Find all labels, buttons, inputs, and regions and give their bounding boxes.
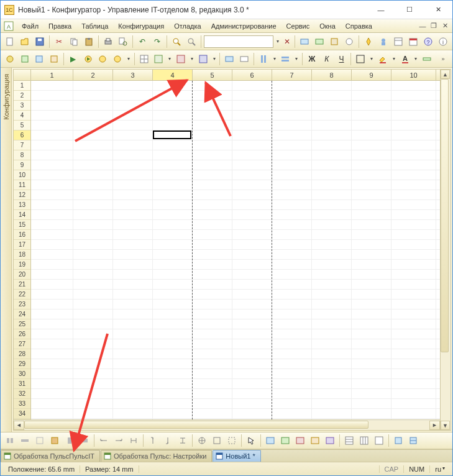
row-header-16[interactable]: 16 <box>14 230 30 240</box>
tb2-c[interactable] <box>33 52 47 66</box>
border-button[interactable] <box>354 52 367 66</box>
maximize-button[interactable]: ☐ <box>395 1 424 19</box>
row-header-31[interactable]: 31 <box>14 379 30 389</box>
zoom-button[interactable] <box>185 35 198 48</box>
tb1-btn-c[interactable] <box>327 35 341 48</box>
bt-b1[interactable] <box>97 434 111 447</box>
doc-tab-0[interactable]: Обработка ПульсПульсIT <box>1 450 100 462</box>
mdi-close-button[interactable]: ✕ <box>440 21 450 31</box>
new-doc-button[interactable] <box>3 35 17 48</box>
search-input[interactable] <box>204 35 273 48</box>
tb2-t1[interactable] <box>222 52 236 66</box>
row-header-5[interactable]: 5 <box>14 121 30 130</box>
col-header-4[interactable]: 4 <box>153 70 193 80</box>
run-button[interactable]: ▶ <box>66 52 80 66</box>
tb2-grid4[interactable] <box>196 52 210 66</box>
underline-button[interactable]: Ч <box>335 52 349 66</box>
search-dropdown[interactable]: ▾ <box>275 35 281 48</box>
tb2-t2[interactable] <box>237 52 251 66</box>
row-header-32[interactable]: 32 <box>14 389 30 399</box>
mdi-minimize-button[interactable]: — <box>418 21 428 31</box>
bt-g2[interactable] <box>406 434 420 447</box>
row-header-34[interactable]: 34 <box>14 409 30 419</box>
border-drop[interactable]: ▾ <box>368 52 375 66</box>
row-header-10[interactable]: 10 <box>14 170 30 180</box>
row-header-23[interactable]: 23 <box>14 300 30 309</box>
tb2-grid2-drop[interactable]: ▾ <box>167 52 173 66</box>
info-icon[interactable]: i <box>436 35 450 48</box>
redo-button[interactable]: ↷ <box>150 35 164 48</box>
row-header-20[interactable]: 20 <box>14 270 30 280</box>
row-header-19[interactable]: 19 <box>14 260 30 270</box>
italic-button[interactable]: К <box>320 52 334 66</box>
bt-a1[interactable] <box>3 434 17 447</box>
tb2-grid4-drop[interactable]: ▾ <box>211 52 217 66</box>
tb2-grid2[interactable] <box>152 52 166 66</box>
side-panel-tab[interactable]: Конфигурация <box>1 68 12 432</box>
row-header-25[interactable]: 25 <box>14 319 30 329</box>
row-header-14[interactable]: 14 <box>14 210 30 220</box>
bt-e4[interactable] <box>308 434 322 447</box>
bt-f2[interactable] <box>357 434 371 447</box>
tb2-x[interactable] <box>420 52 434 66</box>
row-header-26[interactable]: 26 <box>14 329 30 339</box>
bt-b2[interactable] <box>112 434 126 447</box>
tb2-col1-drop[interactable]: ▾ <box>272 52 278 66</box>
tb2-step2[interactable] <box>96 52 109 66</box>
tb2-col1[interactable] <box>257 52 270 66</box>
copy-button[interactable] <box>67 35 81 48</box>
bold-button[interactable]: Ж <box>305 52 319 66</box>
tb1-btn-e[interactable] <box>362 35 375 48</box>
row-header-4[interactable]: 4 <box>14 111 30 121</box>
row-header-33[interactable]: 33 <box>14 399 30 409</box>
row-header-24[interactable]: 24 <box>14 309 30 319</box>
doc-tab-2[interactable]: Новый1 * <box>213 450 260 462</box>
tb1-btn-b[interactable] <box>313 35 326 48</box>
bt-a6[interactable] <box>78 434 91 447</box>
row-header-12[interactable]: 12 <box>14 190 30 200</box>
bt-a3[interactable] <box>33 434 47 447</box>
col-header-5[interactable]: 5 <box>193 70 232 80</box>
bt-c3[interactable] <box>176 434 190 447</box>
bt-a2[interactable] <box>18 434 32 447</box>
row-header-21[interactable]: 21 <box>14 280 30 290</box>
row-header-7[interactable]: 7 <box>14 140 30 150</box>
tb2-grid3-drop[interactable]: ▾ <box>189 52 195 66</box>
tb2-d[interactable] <box>47 52 61 66</box>
row-header-35[interactable]: 35 <box>14 419 30 419</box>
row-header-30[interactable]: 30 <box>14 369 30 379</box>
tb2-step1[interactable] <box>81 52 95 66</box>
status-lang[interactable]: ru▾ <box>429 465 450 473</box>
search-clear-button[interactable]: ✕ <box>282 35 292 48</box>
row-header-3[interactable]: 3 <box>14 101 30 111</box>
menu-table[interactable]: Таблица <box>76 21 113 31</box>
col-header-8[interactable]: 8 <box>312 70 352 80</box>
tb1-btn-a[interactable] <box>298 35 311 48</box>
bt-a5[interactable] <box>63 434 76 447</box>
bt-f3[interactable] <box>372 434 386 447</box>
print-preview-button[interactable] <box>116 35 130 48</box>
menu-help[interactable]: Справка <box>341 21 377 31</box>
col-header-3[interactable]: 3 <box>113 70 153 80</box>
col-header-10[interactable]: 10 <box>391 70 436 80</box>
bt-e1[interactable] <box>263 434 277 447</box>
cut-button[interactable]: ✂ <box>52 35 66 48</box>
toolbar-overflow[interactable]: » <box>436 52 450 66</box>
tb1-btn-d[interactable] <box>342 35 356 48</box>
tb2-b[interactable] <box>18 52 32 66</box>
bt-d1[interactable] <box>195 434 209 447</box>
cells-area[interactable] <box>31 81 440 419</box>
bt-f1[interactable] <box>342 434 356 447</box>
row-header-22[interactable]: 22 <box>14 290 30 300</box>
bt-c1[interactable] <box>146 434 160 447</box>
menu-debug[interactable]: Отладка <box>169 21 206 31</box>
tb2-col2[interactable] <box>279 52 293 66</box>
row-header-13[interactable]: 13 <box>14 200 30 210</box>
menu-config[interactable]: Конфигурация <box>113 21 169 31</box>
bt-d3[interactable] <box>225 434 239 447</box>
scroll-right-button[interactable]: ► <box>429 421 440 430</box>
col-header-2[interactable]: 2 <box>73 70 113 80</box>
bgcolor-button[interactable] <box>376 52 390 66</box>
pointer-tool[interactable] <box>244 434 258 447</box>
row-header-28[interactable]: 28 <box>14 349 30 359</box>
